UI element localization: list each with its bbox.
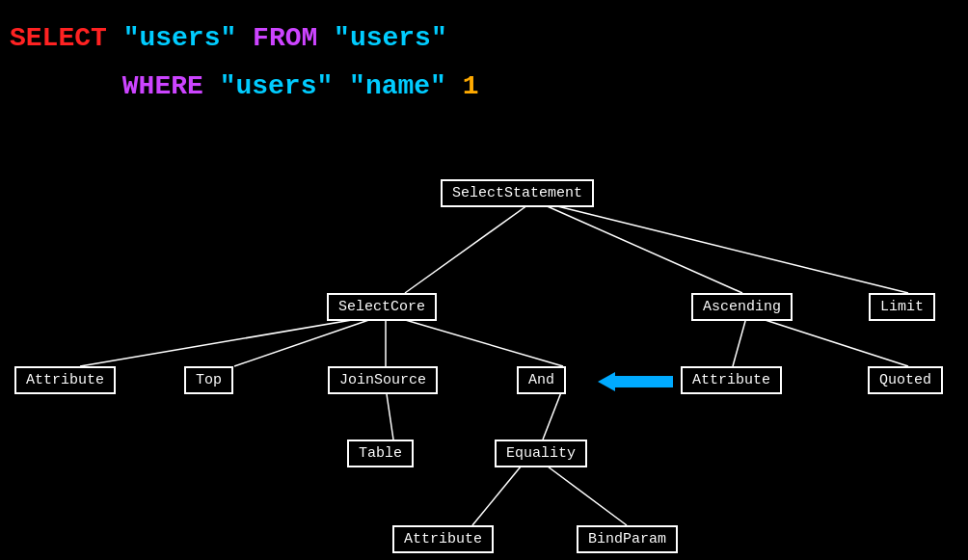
node-equality: Equality [495,440,587,467]
node-top: Top [184,366,233,394]
node-select-statement: SelectStatement [441,179,594,207]
svg-line-1 [534,200,742,293]
sql-line1: SELECT "users" FROM "users" [10,14,479,63]
keyword-from: FROM [253,23,317,53]
svg-line-10 [543,387,563,440]
arrow-indicator [598,372,673,391]
node-bind-param: BindParam [577,525,678,553]
node-attribute2: Attribute [681,366,782,394]
svg-line-12 [540,461,627,525]
arrow-head [598,372,615,391]
node-table: Table [347,440,414,467]
users-ref1: "users" [123,23,237,53]
users-ref2: "users" [334,23,447,53]
svg-line-9 [386,387,393,440]
node-and: And [517,366,566,394]
name-ref: "name" [349,71,446,101]
svg-line-8 [747,314,908,366]
svg-line-3 [80,314,386,366]
number-one: 1 [463,71,479,101]
node-select-core: SelectCore [327,293,437,321]
svg-line-11 [472,461,525,525]
sql-display: SELECT "users" FROM "users" WHERE "users… [10,14,479,112]
keyword-where: WHERE [122,71,203,101]
node-attribute1: Attribute [14,366,116,394]
svg-line-7 [733,314,747,366]
keyword-select: SELECT [10,23,107,53]
sql-line2: WHERE "users" "name" 1 [10,63,479,111]
node-attribute3: Attribute [392,525,494,553]
svg-line-0 [405,200,534,293]
svg-line-4 [234,314,386,366]
node-ascending: Ascending [691,293,793,321]
svg-line-2 [534,200,908,293]
node-limit: Limit [869,293,935,321]
node-quoted: Quoted [868,366,943,394]
arrow-body [615,376,673,387]
node-join-source: JoinSource [328,366,438,394]
svg-line-6 [386,314,563,366]
users-ref3: "users" [220,71,334,101]
